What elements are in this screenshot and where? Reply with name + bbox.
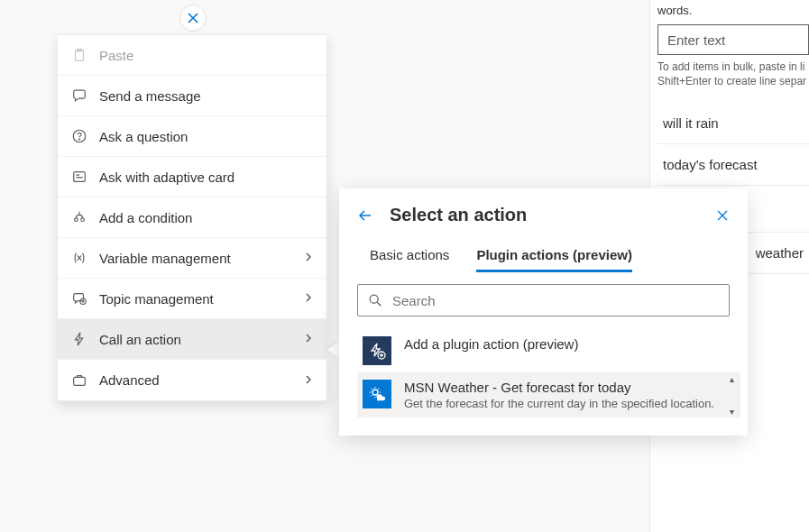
phrase-item[interactable]: will it rain	[657, 103, 809, 144]
hint-tail: words.	[657, 0, 809, 17]
menu-label: Ask with adaptive card	[99, 170, 314, 185]
menu-label: Variable management	[99, 251, 303, 266]
select-action-flyout: Select an action Basic actions Plugin ac…	[339, 188, 748, 436]
search-input[interactable]	[392, 293, 720, 308]
flyout-close-button[interactable]	[715, 208, 730, 223]
action-description: Get the forecast for the current day in …	[404, 397, 735, 410]
search-input-wrap[interactable]	[357, 284, 730, 316]
svg-point-11	[372, 390, 378, 395]
close-node-button[interactable]	[179, 5, 207, 32]
flyout-tabs: Basic actions Plugin actions (preview)	[339, 240, 748, 271]
menu-call-action[interactable]: Call an action	[58, 319, 326, 360]
menu-variable-management[interactable]: Variable management	[58, 238, 326, 279]
variable-icon	[70, 249, 88, 267]
menu-label: Send a message	[99, 88, 314, 104]
flyout-title: Select an action	[390, 205, 699, 225]
tab-plugin-actions[interactable]: Plugin actions (preview)	[476, 240, 632, 271]
chevron-right-icon	[303, 251, 314, 265]
svg-point-3	[78, 139, 79, 140]
menu-advanced[interactable]: Advanced	[58, 360, 326, 400]
topic-icon	[70, 289, 88, 307]
flyout-pointer	[327, 341, 340, 359]
card-icon	[70, 168, 88, 186]
menu-label: Advanced	[99, 372, 303, 388]
menu-send-message[interactable]: Send a message	[58, 76, 326, 116]
back-button[interactable]	[357, 207, 373, 224]
menu-add-condition[interactable]: Add a condition	[58, 197, 326, 238]
add-node-menu: Paste Send a message Ask a question Ask …	[57, 34, 327, 401]
svg-point-6	[81, 218, 85, 222]
menu-ask-adaptive-card[interactable]: Ask with adaptive card	[58, 157, 326, 197]
paste-icon	[70, 46, 88, 64]
bulk-hint: To add items in bulk, paste in li Shift+…	[657, 60, 809, 88]
action-icon	[70, 330, 88, 348]
action-msn-weather[interactable]: MSN Weather - Get forecast for today Get…	[357, 372, 740, 417]
plugin-add-icon	[363, 336, 391, 365]
scroll-down-icon[interactable]: ▾	[730, 407, 739, 416]
menu-paste: Paste	[58, 35, 326, 76]
menu-label: Paste	[99, 48, 314, 63]
svg-rect-8	[74, 377, 86, 385]
action-title: Add a plugin action (preview)	[404, 336, 735, 352]
chevron-right-icon	[303, 291, 314, 306]
scroll-up-icon[interactable]: ▴	[730, 374, 739, 383]
action-title: MSN Weather - Get forecast for today	[404, 380, 735, 395]
chevron-right-icon	[303, 332, 314, 346]
svg-point-9	[370, 295, 378, 303]
svg-point-5	[75, 218, 78, 222]
input-placeholder: Enter text	[667, 32, 725, 48]
menu-label: Add a condition	[99, 210, 314, 225]
menu-label: Ask a question	[99, 129, 314, 144]
menu-ask-question[interactable]: Ask a question	[58, 116, 326, 157]
advanced-icon	[70, 371, 88, 390]
phrase-item[interactable]: today's forecast	[657, 144, 809, 186]
action-list: Add a plugin action (preview) MSN Weathe…	[339, 329, 748, 417]
flyout-header: Select an action	[339, 188, 748, 240]
menu-label: Call an action	[99, 332, 303, 347]
tab-basic-actions[interactable]: Basic actions	[370, 240, 449, 271]
menu-topic-management[interactable]: Topic management	[58, 279, 326, 319]
chevron-right-icon	[303, 373, 314, 388]
trigger-phrase-input[interactable]: Enter text	[657, 24, 809, 55]
close-icon	[186, 11, 200, 25]
search-icon	[367, 292, 383, 308]
svg-rect-4	[74, 172, 86, 182]
weather-icon	[363, 380, 391, 408]
question-icon	[70, 127, 88, 145]
svg-point-2	[73, 130, 86, 142]
action-add-plugin[interactable]: Add a plugin action (preview)	[357, 329, 740, 372]
branch-icon	[70, 208, 88, 226]
menu-label: Topic management	[99, 291, 303, 307]
message-icon	[70, 87, 88, 105]
